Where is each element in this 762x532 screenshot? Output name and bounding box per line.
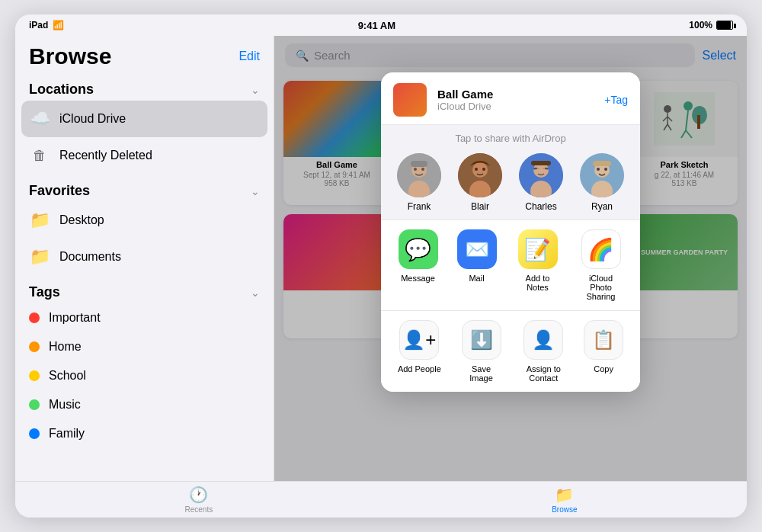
svg-rect-47 [593, 161, 611, 166]
copy-icon: 📋 [584, 320, 623, 360]
sidebar-item-documents[interactable]: 📁 Documents [15, 239, 274, 275]
tab-recents[interactable]: 🕐 Recents [184, 486, 213, 514]
photo-sharing-app-label: iCloud Photo Sharing [579, 274, 623, 301]
share-header: Ball Game iCloud Drive +Tag [381, 72, 640, 125]
recently-deleted-label: Recently Deleted [59, 149, 152, 162]
cloud-icon: ☁️ [29, 108, 50, 130]
share-person-blair[interactable]: Blair [458, 153, 502, 212]
locations-header[interactable]: Locations ⌄ [15, 79, 274, 101]
mail-app-icon: ✉️ [457, 229, 497, 269]
frank-name: Frank [408, 201, 431, 212]
family-tag-dot [29, 428, 40, 439]
share-app-photo-sharing[interactable]: 🌈 iCloud Photo Sharing [579, 229, 623, 301]
charles-avatar [519, 153, 563, 197]
sidebar-item-school[interactable]: School [15, 361, 274, 390]
add-people-icon: 👤+ [399, 320, 439, 360]
share-app-message[interactable]: 💬 Message [399, 229, 438, 301]
photo-sharing-app-icon: 🌈 [581, 229, 621, 269]
icloud-drive-label: iCloud Drive [59, 112, 126, 126]
tags-header[interactable]: Tags ⌄ [15, 281, 274, 303]
message-app-label: Message [401, 274, 435, 283]
battery-label: 100% [689, 20, 712, 30]
share-action-save-image[interactable]: ⬇️ Save Image [459, 320, 504, 383]
blair-avatar [458, 153, 502, 197]
share-person-ryan[interactable]: Ryan [580, 153, 624, 212]
sidebar: Browse Edit Locations ⌄ ☁️ iCloud Drive … [15, 36, 274, 481]
share-app-mail[interactable]: ✉️ Mail [457, 229, 497, 301]
share-person-frank[interactable]: Frank [397, 153, 441, 212]
share-action-copy[interactable]: 📋 Copy [584, 320, 623, 383]
sidebar-item-recently-deleted[interactable]: 🗑 Recently Deleted [15, 137, 274, 174]
important-tag-dot [29, 312, 40, 323]
school-label: School [49, 369, 86, 383]
main-content: Browse Edit Locations ⌄ ☁️ iCloud Drive … [15, 36, 747, 481]
sidebar-item-icloud-drive[interactable]: ☁️ iCloud Drive [21, 101, 267, 137]
important-label: Important [49, 311, 101, 325]
assign-contact-icon: 👤 [523, 320, 563, 360]
charles-name: Charles [525, 201, 556, 212]
family-label: Family [49, 427, 85, 441]
svg-point-32 [475, 168, 478, 171]
ipad-label: iPad [29, 20, 48, 30]
sidebar-item-family[interactable]: Family [15, 419, 274, 448]
documents-folder-icon: 📁 [29, 246, 50, 268]
assign-contact-label: Assign to Contact [521, 364, 565, 383]
tags-chevron-icon: ⌄ [251, 287, 260, 299]
blair-name: Blair [471, 201, 489, 212]
sidebar-item-important[interactable]: Important [15, 303, 274, 332]
save-image-icon: ⬇️ [462, 320, 501, 360]
frank-avatar [397, 153, 441, 197]
recents-tab-icon: 🕐 [189, 486, 208, 504]
locations-title: Locations [29, 82, 94, 98]
sidebar-item-desktop[interactable]: 📁 Desktop [15, 202, 274, 239]
share-location: iCloud Drive [437, 101, 594, 112]
svg-point-27 [421, 168, 424, 171]
edit-button[interactable]: Edit [239, 50, 260, 63]
share-thumb [393, 83, 427, 117]
status-bar: iPad 📶 9:41 AM 100% [15, 14, 747, 36]
status-left: iPad 📶 [29, 20, 64, 30]
share-actions-row: 👤+ Add People ⬇️ Save Image 👤 Assign to … [381, 310, 640, 392]
share-tag-button[interactable]: +Tag [604, 94, 628, 106]
share-person-charles[interactable]: Charles [519, 153, 563, 212]
trash-icon: 🗑 [29, 145, 50, 166]
wifi-icon: 📶 [53, 20, 64, 30]
svg-point-33 [482, 168, 485, 171]
mail-app-label: Mail [469, 274, 484, 283]
favorites-chevron-icon: ⌄ [251, 185, 260, 197]
tags-section: Tags ⌄ Important Home School Music [15, 281, 274, 448]
ipad-frame: iPad 📶 9:41 AM 100% Browse Edit Location… [15, 14, 747, 518]
battery-icon [716, 21, 733, 30]
locations-section: Locations ⌄ ☁️ iCloud Drive 🗑 Recently D… [15, 79, 274, 174]
copy-label: Copy [594, 364, 613, 373]
share-people-row: Frank [381, 149, 640, 220]
share-app-notes[interactable]: 📝 Add to Notes [516, 229, 560, 301]
favorites-title: Favorites [29, 183, 90, 199]
right-panel: 🔍 Search Select Ball Game Sept 12, at 9:… [274, 36, 747, 481]
share-overlay: Ball Game iCloud Drive +Tag Tap to share… [274, 36, 747, 481]
school-tag-dot [29, 370, 40, 381]
save-image-label: Save Image [459, 364, 504, 383]
tab-bar: 🕐 Recents 📁 Browse [15, 481, 747, 518]
sidebar-item-home[interactable]: Home [15, 332, 274, 361]
share-action-add-people[interactable]: 👤+ Add People [398, 320, 441, 383]
share-info: Ball Game iCloud Drive [437, 88, 594, 112]
message-app-icon: 💬 [399, 229, 438, 269]
notes-app-label: Add to Notes [516, 274, 560, 292]
share-filename: Ball Game [437, 88, 594, 101]
svg-point-26 [414, 168, 417, 171]
share-apps-row: 💬 Message ✉️ Mail 📝 Add to Notes 🌈 [381, 220, 640, 310]
home-label: Home [49, 340, 82, 354]
favorites-header[interactable]: Favorites ⌄ [15, 180, 274, 202]
share-action-assign-contact[interactable]: 👤 Assign to Contact [521, 320, 565, 383]
recents-tab-label: Recents [184, 505, 213, 514]
sidebar-item-music[interactable]: Music [15, 390, 274, 419]
tab-browse[interactable]: 📁 Browse [552, 486, 577, 514]
status-right: 100% [689, 20, 733, 30]
svg-rect-28 [411, 161, 427, 167]
music-label: Music [49, 398, 81, 412]
svg-rect-41 [531, 161, 551, 165]
svg-point-46 [604, 168, 607, 171]
browse-tab-icon: 📁 [555, 486, 574, 504]
desktop-label: Desktop [59, 213, 104, 227]
